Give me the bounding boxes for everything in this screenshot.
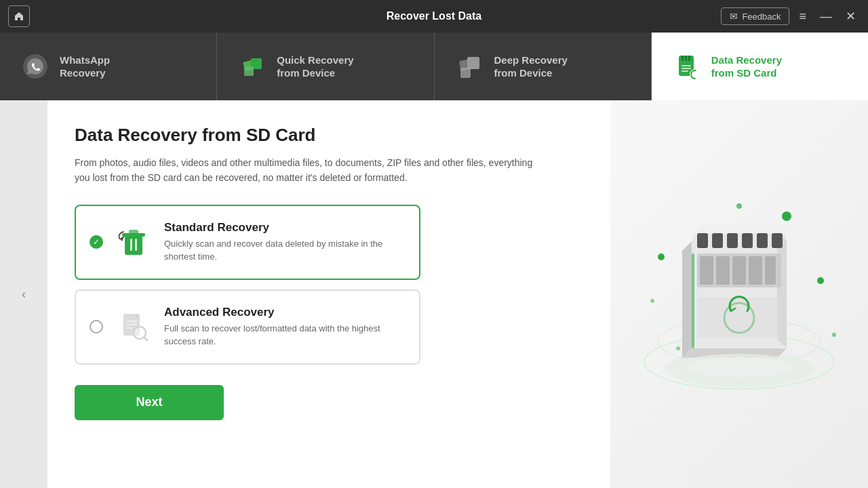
svg-point-31 xyxy=(782,211,791,221)
svg-rect-18 xyxy=(130,239,132,251)
tab-sdcard[interactable]: Data Recovery from SD Card xyxy=(652,33,868,100)
advanced-recovery-title: Advanced Recovery xyxy=(164,306,406,319)
tab-sdcard-label: Data Recovery from SD Card xyxy=(711,54,782,80)
next-button[interactable]: Next xyxy=(75,385,224,420)
svg-rect-6 xyxy=(460,68,471,78)
svg-rect-5 xyxy=(467,57,479,69)
svg-point-53 xyxy=(685,357,793,378)
mail-icon: ✉ xyxy=(730,11,738,22)
page-description: From photos, audio files, videos and oth… xyxy=(75,155,536,186)
deep-tab-icon xyxy=(455,52,485,81)
svg-rect-17 xyxy=(129,230,138,235)
title-bar: Recover Lost Data ✉ Feedback ≡ — ✕ xyxy=(0,0,868,33)
page-title: Data Recovery from SD Card xyxy=(75,125,583,146)
svg-rect-3 xyxy=(244,66,254,76)
tab-quick-recovery[interactable]: Quick Recovery from Device xyxy=(217,33,434,100)
tab-deep-label: Deep Recovery from Device xyxy=(494,54,568,80)
svg-rect-12 xyxy=(682,68,691,69)
feedback-label: Feedback xyxy=(742,12,781,22)
advanced-recovery-icon xyxy=(115,308,152,345)
advanced-recovery-desc: Full scan to recover lost/formatted data… xyxy=(164,322,406,348)
close-button[interactable]: ✕ xyxy=(842,10,860,22)
svg-rect-38 xyxy=(712,233,723,248)
standard-recovery-icon xyxy=(115,224,152,260)
svg-rect-23 xyxy=(126,327,133,329)
svg-rect-37 xyxy=(697,233,708,248)
advanced-recovery-card[interactable]: Advanced Recovery Full scan to recover l… xyxy=(75,289,420,365)
minimize-button[interactable]: — xyxy=(816,10,836,22)
svg-rect-19 xyxy=(135,239,137,251)
svg-rect-13 xyxy=(682,70,688,72)
svg-rect-40 xyxy=(742,233,753,248)
svg-rect-48 xyxy=(765,256,776,285)
standard-recovery-card[interactable]: ✓ xyxy=(75,205,420,280)
feedback-button[interactable]: ✉ Feedback xyxy=(721,7,789,25)
svg-point-29 xyxy=(658,253,665,260)
advanced-radio[interactable] xyxy=(90,320,103,333)
svg-rect-21 xyxy=(126,321,137,322)
standard-radio[interactable]: ✓ xyxy=(90,235,103,249)
svg-line-25 xyxy=(144,338,147,340)
svg-point-32 xyxy=(817,277,824,284)
svg-rect-46 xyxy=(732,256,746,285)
tab-whatsapp-label: WhatsApp Recovery xyxy=(60,54,110,80)
svg-rect-11 xyxy=(682,65,691,66)
title-bar-left xyxy=(8,5,30,27)
svg-point-34 xyxy=(676,346,680,350)
svg-rect-42 xyxy=(772,233,783,248)
standard-recovery-text: Standard Recovery Quickly scan and recov… xyxy=(164,221,406,264)
app-window: Recover Lost Data ✉ Feedback ≡ — ✕ Whats… xyxy=(0,0,868,488)
radio-unchecked-icon xyxy=(90,320,103,333)
svg-rect-51 xyxy=(692,253,694,348)
main-content: ‹ Data Recovery from SD Card From photos… xyxy=(0,100,868,488)
title-bar-right: ✉ Feedback ≡ — ✕ xyxy=(721,7,860,25)
nav-tabs: WhatsApp Recovery Quick Recovery from De… xyxy=(0,33,868,100)
sdcard-tab-icon xyxy=(672,52,702,81)
svg-rect-45 xyxy=(716,256,730,285)
radio-checked-icon: ✓ xyxy=(90,235,103,249)
svg-rect-22 xyxy=(126,324,137,325)
svg-point-33 xyxy=(832,333,836,337)
svg-rect-47 xyxy=(749,256,762,285)
tab-whatsapp[interactable]: WhatsApp Recovery xyxy=(0,33,217,100)
sd-card-3d-illustration xyxy=(624,165,854,423)
menu-button[interactable]: ≡ xyxy=(795,10,810,22)
svg-point-35 xyxy=(736,203,742,209)
home-button[interactable] xyxy=(8,5,30,27)
svg-point-30 xyxy=(650,299,654,303)
advanced-recovery-text: Advanced Recovery Full scan to recover l… xyxy=(164,306,406,348)
svg-rect-39 xyxy=(727,233,738,248)
recovery-options: ✓ xyxy=(75,205,420,365)
svg-rect-41 xyxy=(757,233,768,248)
svg-rect-9 xyxy=(685,56,687,61)
tab-deep-recovery[interactable]: Deep Recovery from Device xyxy=(435,33,652,100)
standard-recovery-desc: Quickly scan and recover data deleted by… xyxy=(164,237,406,264)
sidebar-collapse-button[interactable]: ‹ xyxy=(14,284,34,304)
quick-tab-icon xyxy=(237,52,267,81)
illustration-area xyxy=(610,100,868,488)
svg-rect-15 xyxy=(125,236,142,255)
tab-quick-label: Quick Recovery from Device xyxy=(277,54,353,80)
content-area: Data Recovery from SD Card From photos, … xyxy=(47,100,610,488)
svg-rect-8 xyxy=(682,56,684,61)
svg-rect-10 xyxy=(688,56,690,61)
svg-rect-44 xyxy=(700,256,713,285)
sidebar-indicator: ‹ xyxy=(0,100,47,488)
whatsapp-tab-icon xyxy=(20,52,50,81)
standard-recovery-title: Standard Recovery xyxy=(164,221,406,235)
app-title: Recover Lost Data xyxy=(387,10,482,22)
